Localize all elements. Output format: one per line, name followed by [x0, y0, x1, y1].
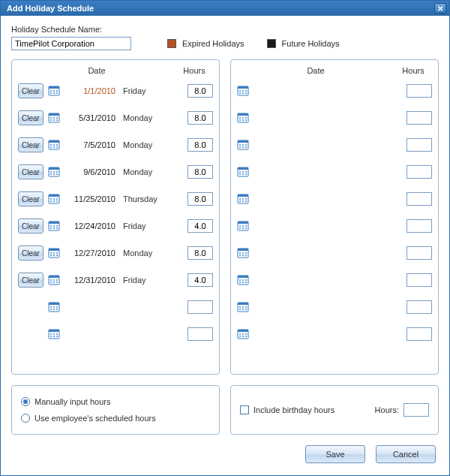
clear-button[interactable]: Clear: [18, 83, 44, 98]
clear-button[interactable]: Clear: [18, 191, 44, 206]
svg-rect-4: [56, 90, 58, 92]
svg-rect-151: [245, 309, 247, 310]
svg-rect-94: [242, 119, 244, 121]
svg-rect-63: [56, 282, 58, 283]
calendar-icon[interactable]: [237, 166, 249, 178]
svg-rect-119: [245, 200, 247, 202]
calendar-icon[interactable]: [48, 193, 60, 205]
svg-rect-143: [245, 282, 247, 283]
holiday-row: Clear9/6/2010Monday: [18, 164, 213, 180]
cancel-button[interactable]: Cancel: [376, 445, 436, 463]
clear-button[interactable]: Clear: [18, 273, 44, 288]
radio-manual[interactable]: Manually input hours: [21, 397, 210, 406]
clear-button[interactable]: Clear: [18, 246, 44, 261]
hours-input[interactable]: [188, 111, 213, 125]
calendar-icon[interactable]: [48, 85, 60, 97]
hours-input[interactable]: [406, 327, 432, 341]
calendar-icon[interactable]: [237, 193, 249, 205]
calendar-icon[interactable]: [237, 247, 249, 259]
birthday-hours-input[interactable]: [404, 403, 429, 417]
svg-rect-25: [49, 167, 59, 170]
include-birthday[interactable]: Include birthday hours: [240, 405, 334, 414]
calendar-icon[interactable]: [48, 166, 60, 178]
calendar-icon[interactable]: [48, 274, 60, 286]
hours-input[interactable]: [188, 84, 213, 98]
svg-rect-110: [242, 173, 244, 175]
svg-rect-123: [242, 225, 244, 227]
calendar-icon[interactable]: [48, 301, 60, 313]
hours-input[interactable]: [406, 192, 432, 206]
svg-rect-21: [50, 146, 52, 148]
clear-button[interactable]: Clear: [18, 164, 44, 179]
svg-rect-148: [245, 306, 247, 308]
hours-input[interactable]: [188, 138, 213, 152]
svg-rect-36: [56, 198, 58, 200]
svg-rect-70: [53, 309, 55, 310]
svg-rect-5: [50, 92, 52, 94]
svg-rect-115: [242, 198, 244, 200]
calendar-icon[interactable]: [48, 247, 60, 259]
svg-rect-29: [50, 173, 52, 175]
birthday-panel: Include birthday hours Hours:: [230, 385, 439, 435]
dialog-body: Holiday Schedule Name: Expired Holidays …: [1, 16, 449, 471]
svg-rect-6: [53, 92, 55, 94]
svg-rect-54: [53, 255, 55, 256]
svg-rect-50: [50, 252, 52, 254]
radio-scheduled-icon: [21, 414, 30, 423]
svg-rect-90: [239, 117, 241, 119]
close-button[interactable]: ✕: [434, 3, 446, 14]
calendar-icon[interactable]: [237, 85, 249, 97]
dialog-window: Add Holiday Schedule ✕ Holiday Schedule …: [0, 0, 450, 476]
hours-input[interactable]: [406, 300, 432, 314]
hours-input[interactable]: [406, 165, 432, 179]
svg-rect-11: [53, 117, 55, 119]
hours-input[interactable]: [188, 327, 213, 341]
calendar-icon[interactable]: [48, 112, 60, 124]
save-button[interactable]: Save: [305, 445, 365, 463]
hours-input[interactable]: [188, 273, 213, 287]
hours-input[interactable]: [406, 219, 432, 233]
hours-input[interactable]: [188, 192, 213, 206]
calendar-icon[interactable]: [48, 139, 60, 151]
hours-input[interactable]: [188, 300, 213, 314]
hours-input[interactable]: [406, 138, 432, 152]
svg-rect-116: [245, 198, 247, 200]
calendar-icon[interactable]: [237, 220, 249, 232]
clear-button[interactable]: Clear: [18, 218, 44, 233]
hours-input[interactable]: [188, 165, 213, 179]
svg-rect-52: [56, 252, 58, 254]
calendar-icon[interactable]: [48, 220, 60, 232]
svg-rect-2: [50, 90, 52, 92]
svg-rect-147: [242, 306, 244, 308]
svg-rect-65: [49, 303, 59, 305]
date-text: 1/1/2010: [64, 86, 116, 95]
hours-input[interactable]: [406, 246, 432, 260]
calendar-icon[interactable]: [237, 301, 249, 313]
svg-rect-159: [245, 336, 247, 337]
svg-rect-124: [245, 225, 247, 227]
hours-input[interactable]: [188, 246, 213, 260]
svg-rect-13: [50, 119, 52, 121]
svg-rect-34: [50, 198, 52, 200]
svg-rect-109: [239, 173, 241, 175]
clear-placeholder: [18, 300, 44, 315]
date-text: 12/24/2010: [64, 221, 116, 230]
clear-button[interactable]: Clear: [18, 110, 44, 125]
svg-rect-28: [56, 171, 58, 173]
schedule-name-input[interactable]: [11, 37, 131, 50]
top-row: Holiday Schedule Name: Expired Holidays …: [11, 25, 439, 50]
radio-scheduled[interactable]: Use employee's scheduled hours: [21, 414, 210, 423]
holiday-row: [18, 326, 213, 342]
hours-input[interactable]: [188, 219, 213, 233]
calendar-icon[interactable]: [237, 112, 249, 124]
hours-input[interactable]: [406, 111, 432, 125]
hours-input[interactable]: [406, 84, 432, 98]
calendar-icon[interactable]: [48, 328, 60, 340]
calendar-icon[interactable]: [237, 139, 249, 151]
clear-button[interactable]: Clear: [18, 137, 44, 152]
calendar-icon[interactable]: [237, 328, 249, 340]
svg-rect-122: [239, 225, 241, 227]
hours-input[interactable]: [406, 273, 432, 287]
svg-rect-26: [50, 171, 52, 173]
calendar-icon[interactable]: [237, 274, 249, 286]
